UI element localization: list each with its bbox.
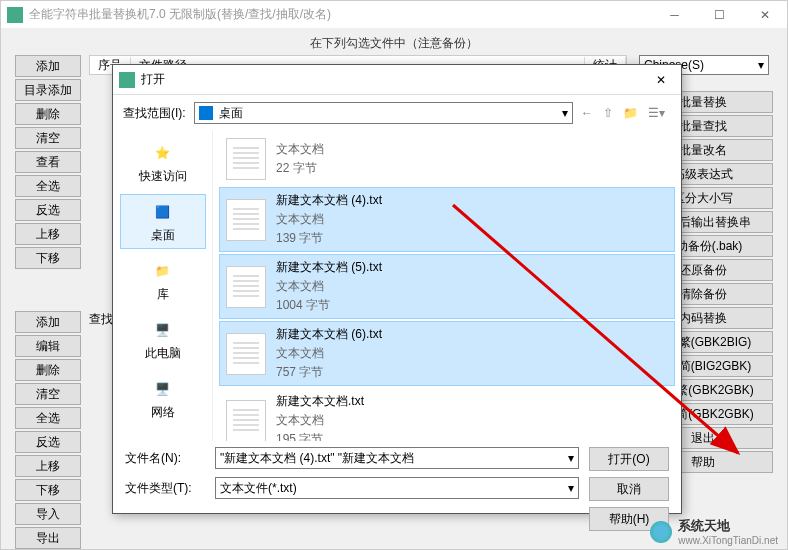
place-desktop[interactable]: 🟦桌面 (120, 194, 206, 249)
txt-file-icon (226, 333, 266, 375)
new-folder-icon[interactable]: 📁 (623, 106, 638, 120)
filetype-label: 文件类型(T): (125, 480, 205, 497)
app-icon (7, 7, 23, 23)
file-item[interactable]: 文本文档22 字节 (219, 133, 675, 185)
main-titlebar: 全能字符串批量替换机7.0 无限制版(替换/查找/抽取/改名) ─ ☐ ✕ (1, 1, 787, 29)
view-menu-icon[interactable]: ☰▾ (648, 106, 665, 120)
open-file-dialog: 打开 ✕ 查找范围(I): 桌面 ▾ ← ⇧ 📁 ☰▾ ⭐快速访问🟦桌面📁库🖥️… (112, 64, 682, 514)
file-item[interactable]: 新建文本文档 (4).txt文本文档139 字节 (219, 187, 675, 252)
dialog-toolbar: 查找范围(I): 桌面 ▾ ← ⇧ 📁 ☰▾ (113, 95, 681, 131)
left-button-7[interactable]: 上移 (15, 223, 81, 245)
library-icon: 📁 (148, 258, 178, 284)
lookin-label: 查找范围(I): (123, 105, 186, 122)
place-library[interactable]: 📁库 (120, 253, 206, 308)
left-button-6[interactable]: 反选 (15, 199, 81, 221)
dialog-icon (119, 72, 135, 88)
txt-file-icon (226, 400, 266, 442)
filename-combo[interactable]: "新建文本文档 (4).txt" "新建文本文档 ▾ (215, 447, 579, 469)
file-item[interactable]: 新建文本文档.txt文本文档195 字节 (219, 388, 675, 441)
dialog-titlebar: 打开 ✕ (113, 65, 681, 95)
left2-button-1[interactable]: 编辑 (15, 335, 81, 357)
left2-button-8[interactable]: 导入 (15, 503, 81, 525)
txt-file-icon (226, 138, 266, 180)
up-icon[interactable]: ⇧ (603, 106, 613, 120)
place-network[interactable]: 🖥️网络 (120, 371, 206, 426)
txt-file-icon (226, 266, 266, 308)
left2-button-7[interactable]: 下移 (15, 479, 81, 501)
cancel-button[interactable]: 取消 (589, 477, 669, 501)
left-button-0[interactable]: 添加 (15, 55, 81, 77)
desktop-icon: 🟦 (148, 199, 178, 225)
left-button-8[interactable]: 下移 (15, 247, 81, 269)
lookin-combo[interactable]: 桌面 ▾ (194, 102, 573, 124)
chevron-down-icon: ▾ (758, 58, 764, 72)
place-pc[interactable]: 🖥️此电脑 (120, 312, 206, 367)
left2-button-5[interactable]: 反选 (15, 431, 81, 453)
left-button-4[interactable]: 查看 (15, 151, 81, 173)
left-button-5[interactable]: 全选 (15, 175, 81, 197)
filename-label: 文件名(N): (125, 450, 205, 467)
file-list[interactable]: 文本文档22 字节新建文本文档 (4).txt文本文档139 字节新建文本文档 … (213, 131, 681, 441)
watermark-logo-icon (650, 521, 672, 543)
chevron-down-icon: ▾ (562, 106, 568, 120)
places-bar: ⭐快速访问🟦桌面📁库🖥️此电脑🖥️网络 (113, 131, 213, 441)
dialog-title: 打开 (141, 71, 641, 88)
star-icon: ⭐ (148, 140, 178, 166)
minimize-button[interactable]: ─ (652, 1, 697, 29)
left-button-1[interactable]: 目录添加 (15, 79, 81, 101)
txt-file-icon (226, 199, 266, 241)
watermark: 系统天地 www.XiTongTianDi.net (650, 517, 778, 546)
filetype-combo[interactable]: 文本文件(*.txt) ▾ (215, 477, 579, 499)
chevron-down-icon: ▾ (568, 451, 574, 465)
left2-button-9[interactable]: 导出 (15, 527, 81, 549)
left2-button-2[interactable]: 删除 (15, 359, 81, 381)
chevron-down-icon: ▾ (568, 481, 574, 495)
place-star[interactable]: ⭐快速访问 (120, 135, 206, 190)
maximize-button[interactable]: ☐ (697, 1, 742, 29)
network-icon: 🖥️ (148, 376, 178, 402)
left2-button-6[interactable]: 上移 (15, 455, 81, 477)
left2-button-3[interactable]: 清空 (15, 383, 81, 405)
back-icon[interactable]: ← (581, 106, 593, 120)
window-title: 全能字符串批量替换机7.0 无限制版(替换/查找/抽取/改名) (29, 6, 652, 23)
subtitle-label: 在下列勾选文件中（注意备份） (1, 35, 787, 52)
file-item[interactable]: 新建文本文档 (6).txt文本文档757 字节 (219, 321, 675, 386)
pc-icon: 🖥️ (148, 317, 178, 343)
left2-button-4[interactable]: 全选 (15, 407, 81, 429)
search-section-label: 查找 (89, 311, 113, 328)
left-button-2[interactable]: 删除 (15, 103, 81, 125)
open-button[interactable]: 打开(O) (589, 447, 669, 471)
desktop-icon (199, 106, 213, 120)
close-button[interactable]: ✕ (742, 1, 787, 29)
file-item[interactable]: 新建文本文档 (5).txt文本文档1004 字节 (219, 254, 675, 319)
dialog-close-button[interactable]: ✕ (641, 65, 681, 95)
left-button-3[interactable]: 清空 (15, 127, 81, 149)
left2-button-0[interactable]: 添加 (15, 311, 81, 333)
